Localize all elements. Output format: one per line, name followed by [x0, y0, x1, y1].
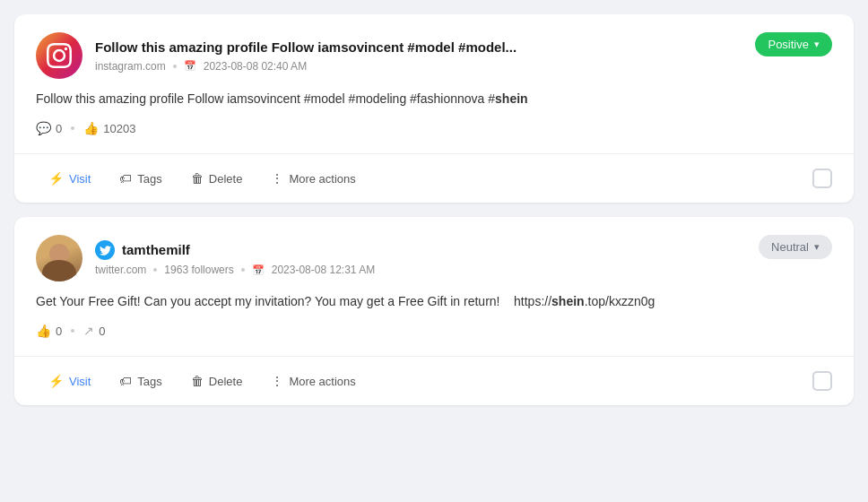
thumbsup-stat: 👍 0 — [36, 324, 62, 338]
more-dots-icon: ⋮ — [271, 374, 283, 388]
thumbsup-icon: 👍 — [36, 324, 51, 338]
like-count: 10203 — [103, 122, 135, 135]
avatar — [36, 235, 82, 281]
instagram-post-card: Follow this amazing profile Follow iamso… — [14, 14, 854, 203]
meta-separator — [173, 65, 177, 68]
post-title: Follow this amazing profile Follow iamso… — [95, 39, 516, 56]
twitter-platform-icon — [95, 240, 115, 260]
post-date: 2023-08-08 02:40 AM — [204, 60, 307, 73]
avatar — [36, 32, 82, 79]
meta-separator — [153, 268, 157, 272]
comment-icon: 💬 — [36, 121, 51, 135]
post-date: 2023-08-08 12:31 AM — [272, 264, 375, 276]
share-stat: ↗ 0 — [83, 324, 105, 338]
bolt-icon: ⚡ — [48, 374, 64, 388]
delete-button[interactable]: 🗑 Delete — [178, 368, 256, 394]
more-actions-label: More actions — [289, 172, 355, 186]
post-content: Get Your Free Gift! Can you accept my in… — [36, 292, 832, 311]
comment-count: 0 — [56, 122, 62, 135]
visit-label: Visit — [69, 172, 91, 186]
tags-label: Tags — [137, 375, 161, 388]
stat-separator — [71, 126, 74, 130]
more-actions-button[interactable]: ⋮ More actions — [258, 368, 368, 394]
followers-count: 1963 followers — [164, 264, 233, 276]
sentiment-badge[interactable]: Positive ▾ — [755, 32, 832, 56]
like-icon: 👍 — [83, 121, 99, 135]
post-stats: 👍 0 ↗ 0 — [36, 324, 832, 338]
tags-button[interactable]: 🏷 Tags — [107, 165, 174, 192]
post-source: instagram.com — [95, 60, 166, 73]
more-actions-label: More actions — [289, 375, 355, 388]
twitter-post-card: tamthemilf twitter.com 1963 followers 📅 … — [14, 217, 854, 405]
delete-button[interactable]: 🗑 Delete — [178, 165, 256, 192]
visit-label: Visit — [69, 375, 91, 388]
tag-icon: 🏷 — [119, 374, 132, 388]
footer-actions: ⚡ Visit 🏷 Tags 🗑 Delete ⋮ More actions — [36, 368, 369, 394]
more-dots-icon: ⋮ — [271, 171, 283, 186]
chevron-down-icon: ▾ — [814, 39, 820, 50]
share-icon: ↗ — [83, 324, 94, 338]
post-stats: 💬 0 👍 10203 — [36, 121, 832, 135]
more-actions-button[interactable]: ⋮ More actions — [258, 165, 368, 192]
sentiment-label: Positive — [768, 38, 809, 51]
chevron-down-icon: ▾ — [814, 241, 820, 253]
tag-icon: 🏷 — [119, 171, 132, 186]
tags-button[interactable]: 🏷 Tags — [107, 368, 174, 394]
footer-actions: ⚡ Visit 🏷 Tags 🗑 Delete ⋮ More actions — [36, 165, 369, 192]
sentiment-label: Neutral — [771, 240, 809, 254]
delete-label: Delete — [209, 375, 243, 388]
visit-button[interactable]: ⚡ Visit — [36, 368, 103, 394]
comment-stat: 💬 0 — [36, 121, 62, 135]
select-checkbox[interactable] — [812, 371, 832, 391]
calendar-icon: 📅 — [252, 264, 265, 276]
like-stat: 👍 10203 — [83, 121, 135, 135]
stat-separator — [71, 329, 74, 333]
share-count: 0 — [99, 325, 105, 338]
post-source: twitter.com — [95, 264, 146, 276]
delete-label: Delete — [209, 172, 243, 186]
meta-separator2 — [241, 268, 245, 272]
post-content: Follow this amazing profile Follow iamso… — [36, 90, 832, 108]
trash-icon: 🗑 — [191, 374, 204, 388]
username: tamthemilf — [122, 241, 190, 259]
trash-icon: 🗑 — [191, 171, 204, 186]
select-checkbox[interactable] — [812, 169, 832, 188]
bolt-icon: ⚡ — [48, 171, 64, 186]
tags-label: Tags — [137, 172, 161, 186]
visit-button[interactable]: ⚡ Visit — [36, 165, 103, 192]
calendar-icon: 📅 — [184, 60, 196, 72]
thumbsup-count: 0 — [56, 325, 62, 338]
sentiment-badge[interactable]: Neutral ▾ — [759, 235, 832, 259]
